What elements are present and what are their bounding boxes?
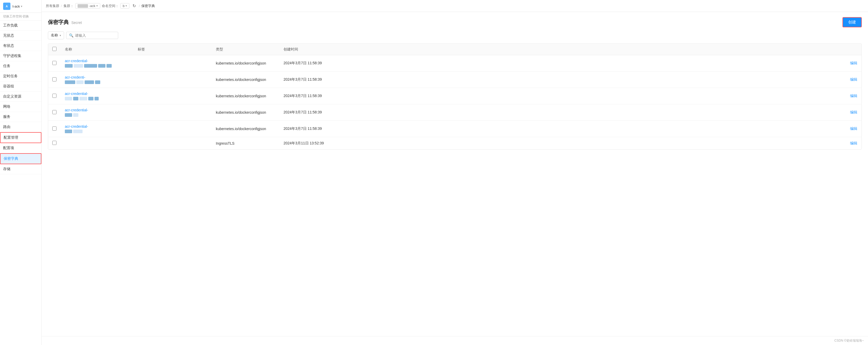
row-checkbox-5[interactable]	[52, 127, 57, 131]
content-area: 保密字典 Secret 创建 名称 ▾ 🔍	[42, 12, 868, 336]
sidebar-item-stateful[interactable]: 有状态	[0, 41, 41, 51]
row-edit-1[interactable]: 编辑	[332, 55, 862, 72]
filter-bar: 名称 ▾ 🔍	[48, 32, 862, 39]
table-row: IngressTLS2024年3月11日 13:52:39编辑	[48, 137, 862, 149]
row-checkbox-3[interactable]	[52, 94, 57, 98]
sidebar-item-crontask[interactable]: 定时任务	[0, 71, 41, 81]
row-type-1: kubernetes.io/dockerconfigjson	[212, 55, 279, 72]
th-action	[332, 44, 862, 55]
row-edit-6[interactable]: 编辑	[332, 137, 862, 149]
row-time-3: 2024年3月7日 11:58:39	[279, 88, 332, 104]
sidebar-item-service[interactable]: 服务	[0, 112, 41, 122]
table-row: acr-credenti-kubernetes.io/dockerconfigj…	[48, 72, 862, 88]
sidebar-header[interactable]: A t-ack ▾	[0, 0, 41, 13]
create-button[interactable]: 创建	[842, 17, 862, 27]
sidebar-item-task[interactable]: 任务	[0, 61, 41, 71]
namespace-select[interactable]: b ▾	[120, 3, 129, 9]
cluster-name: -ack	[89, 4, 96, 8]
row-checkbox-6[interactable]	[52, 141, 57, 145]
th-time: 创建时间	[279, 44, 332, 55]
sidebar-items-container: 工作负载无状态有状态守护进程集任务定时任务容器组自定义资源网络服务路由配置管理配…	[0, 21, 41, 174]
search-icon: 🔍	[69, 33, 73, 37]
row-time-4: 2024年3月7日 11:58:39	[279, 104, 332, 121]
sidebar-item-guardian[interactable]: 守护进程集	[0, 51, 41, 61]
sidebar-header-label: t-ack	[12, 4, 20, 8]
filter-select-label: 名称	[51, 33, 58, 38]
footer: CSDN ©瓷砖瑞瑞海~	[42, 336, 868, 345]
row-label-3	[133, 88, 212, 104]
th-name: 名称	[61, 44, 133, 55]
sidebar-dropdown-icon: ▾	[21, 5, 22, 8]
row-label-1	[133, 55, 212, 72]
row-edit-4[interactable]: 编辑	[332, 104, 862, 121]
row-type-4: kubernetes.io/dockerconfigjson	[212, 104, 279, 121]
th-type: 类型	[212, 44, 279, 55]
row-checkbox-1[interactable]	[52, 61, 57, 65]
row-type-3: kubernetes.io/dockerconfigjson	[212, 88, 279, 104]
sidebar-item-custom[interactable]: 自定义资源	[0, 92, 41, 102]
table-body: acr-credential-kubernetes.io/dockerconfi…	[48, 55, 862, 149]
row-label-4	[133, 104, 212, 121]
main-area: 所有集群 / 集群： -ack ▾ 命名空间： b ▾ ↻ / 保密字典 保密字…	[42, 0, 868, 345]
table-row: acr-credential-kubernetes.io/dockerconfi…	[48, 88, 862, 104]
th-checkbox	[48, 44, 61, 55]
sidebar-item-podgroup[interactable]: 容器组	[0, 81, 41, 92]
sidebar-item-storage[interactable]: 存储	[0, 164, 41, 174]
sidebar-item-configmgmt[interactable]: 配置管理	[0, 132, 41, 143]
row-time-6: 2024年3月11日 13:52:39	[279, 137, 332, 149]
row-name-4[interactable]: acr-credential-	[61, 104, 133, 121]
page-subtitle: Secret	[71, 21, 82, 25]
table-header: 名称 标签 类型 创建时间	[48, 44, 862, 55]
sidebar-section-title: 切换工作空间·切换	[0, 13, 41, 21]
row-type-5: kubernetes.io/dockerconfigjson	[212, 121, 279, 137]
namespace-dropdown-icon: ▾	[125, 4, 127, 7]
row-type-6: IngressTLS	[212, 137, 279, 149]
table-row: acr-credential-kubernetes.io/dockerconfi…	[48, 121, 862, 137]
row-label-6	[133, 137, 212, 149]
row-time-2: 2024年3月7日 11:58:39	[279, 72, 332, 88]
cluster-select[interactable]: -ack ▾	[75, 3, 100, 9]
table-container: 名称 标签 类型 创建时间 acr-credential-kubernetes.…	[48, 43, 862, 149]
row-type-2: kubernetes.io/dockerconfigjson	[212, 72, 279, 88]
row-time-5: 2024年3月7日 11:58:39	[279, 121, 332, 137]
th-label: 标签	[133, 44, 212, 55]
cluster-dropdown-icon: ▾	[96, 4, 98, 7]
sidebar-item-stateless[interactable]: 无状态	[0, 31, 41, 41]
sidebar-logo: A	[3, 3, 10, 10]
select-all-checkbox[interactable]	[52, 47, 57, 51]
cluster-tag	[78, 4, 88, 8]
table-row: acr-credential-kubernetes.io/dockerconfi…	[48, 55, 862, 72]
refresh-button[interactable]: ↻	[131, 3, 137, 9]
cluster-label: 集群：	[64, 4, 74, 8]
namespace-value: b	[123, 4, 124, 8]
sidebar-item-network[interactable]: 网络	[0, 102, 41, 112]
current-page: 保密字典	[142, 4, 155, 8]
page-title: 保密字典	[48, 19, 69, 26]
row-name-6[interactable]	[61, 137, 133, 149]
row-name-3[interactable]: acr-credential-	[61, 88, 133, 104]
page-title-group: 保密字典 Secret	[48, 19, 82, 26]
topbar: 所有集群 / 集群： -ack ▾ 命名空间： b ▾ ↻ / 保密字典	[42, 0, 868, 12]
row-edit-2[interactable]: 编辑	[332, 72, 862, 88]
namespace-label: 命名空间：	[102, 4, 119, 8]
sidebar-item-secret[interactable]: 保密字典	[0, 153, 41, 164]
row-edit-3[interactable]: 编辑	[332, 88, 862, 104]
row-edit-5[interactable]: 编辑	[332, 121, 862, 137]
sidebar-item-configitem[interactable]: 配置项	[0, 143, 41, 153]
all-clusters: 所有集群	[46, 4, 59, 8]
filter-select[interactable]: 名称 ▾	[48, 32, 64, 39]
row-name-5[interactable]: acr-credential-	[61, 121, 133, 137]
breadcrumb: 所有集群 / 集群： -ack ▾ 命名空间： b ▾ ↻ / 保密字典	[46, 3, 155, 9]
sidebar: A t-ack ▾ 切换工作空间·切换 工作负载无状态有状态守护进程集任务定时任…	[0, 0, 42, 345]
sidebar-item-route[interactable]: 路由	[0, 122, 41, 132]
row-time-1: 2024年3月7日 11:58:39	[279, 55, 332, 72]
secrets-table: 名称 标签 类型 创建时间 acr-credential-kubernetes.…	[48, 44, 862, 149]
row-name-1[interactable]: acr-credential-	[61, 55, 133, 72]
row-checkbox-4[interactable]	[52, 110, 57, 114]
row-name-2[interactable]: acr-credenti-	[61, 72, 133, 88]
search-input[interactable]	[75, 33, 115, 37]
sidebar-item-workload[interactable]: 工作负载	[0, 21, 41, 31]
row-checkbox-2[interactable]	[52, 77, 57, 81]
row-label-5	[133, 121, 212, 137]
filter-search: 🔍	[66, 32, 118, 39]
